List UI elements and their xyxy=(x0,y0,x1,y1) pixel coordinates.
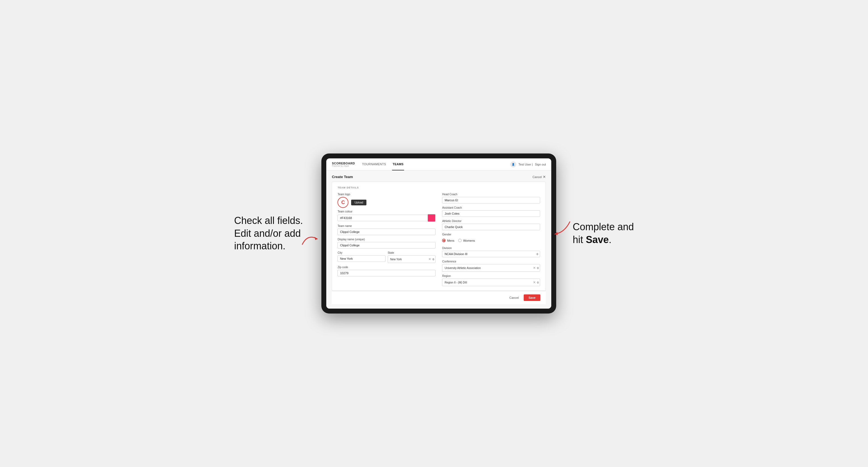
region-select[interactable]: Region II - (M) DIII xyxy=(442,279,540,286)
conference-clear-btn[interactable]: ✕ xyxy=(533,266,536,270)
conference-controls: ✕ xyxy=(533,266,539,270)
display-name-input[interactable] xyxy=(338,242,435,249)
close-icon: ✕ xyxy=(543,175,546,179)
team-logo-section: Team logo C Upload xyxy=(338,193,435,210)
color-input-row xyxy=(338,214,435,222)
left-column: Team logo C Upload Team colo xyxy=(338,193,435,286)
team-name-input[interactable] xyxy=(338,228,435,235)
head-coach-label: Head Coach xyxy=(442,193,540,196)
left-arrow-icon xyxy=(300,231,321,247)
gender-label: Gender xyxy=(442,233,540,236)
annotation-left: Check all fields. Edit and/or add inform… xyxy=(234,214,305,253)
gender-section: Gender Mens Womens xyxy=(442,233,540,244)
team-colour-label: Team colour xyxy=(338,210,435,213)
chevron-down-icon xyxy=(432,259,434,260)
conference-select[interactable]: University Athletic Association xyxy=(442,264,540,272)
annotation-right: Complete and hit Save. xyxy=(572,221,634,246)
conference-section: Conference University Athletic Associati… xyxy=(442,260,540,272)
conference-value: University Athletic Association xyxy=(444,267,480,270)
conference-chevrons xyxy=(537,267,539,269)
athletic-director-label: Athletic Director xyxy=(442,220,540,223)
user-name: Test User | xyxy=(519,163,533,166)
city-state-section: City State New York xyxy=(338,251,435,263)
gender-mens-option[interactable]: Mens xyxy=(442,239,454,242)
gender-womens-option[interactable]: Womens xyxy=(458,239,475,242)
state-select-wrapper: New York ✕ xyxy=(388,255,436,263)
athletic-director-input[interactable] xyxy=(442,224,540,230)
division-select[interactable]: NCAA Division III xyxy=(442,251,540,257)
zip-section: Zip code xyxy=(338,266,435,276)
tablet-frame: SCOREBOARD Powered by clippd TOURNAMENTS… xyxy=(321,154,556,313)
team-name-section: Team name xyxy=(338,224,435,235)
team-logo-label: Team logo xyxy=(338,193,435,196)
region-section: Region Region II - (M) DIII ✕ xyxy=(442,275,540,286)
division-section: Division NCAA Division III xyxy=(442,247,540,257)
city-input[interactable] xyxy=(338,255,385,262)
tab-teams[interactable]: TEAMS xyxy=(392,158,404,170)
annotation-right-bold: Save xyxy=(586,234,609,245)
region-label: Region xyxy=(442,275,540,277)
state-group: State New York ✕ xyxy=(388,251,436,263)
modal-title: Create Team xyxy=(332,175,353,179)
team-name-label: Team name xyxy=(338,224,435,227)
zip-label: Zip code xyxy=(338,266,435,269)
asst-coach-section: Assistant Coach xyxy=(442,206,540,217)
logo-circle: C xyxy=(338,197,348,208)
city-label: City xyxy=(338,251,385,254)
city-state-row: City State New York xyxy=(338,251,435,263)
womens-radio[interactable] xyxy=(458,239,462,242)
zip-input[interactable] xyxy=(338,270,435,276)
content-area: Create Team Cancel ✕ TEAM DETAILS xyxy=(326,170,551,309)
city-group: City xyxy=(338,251,385,263)
modal-cancel-btn[interactable]: Cancel ✕ xyxy=(532,175,546,179)
user-avatar: 👤 xyxy=(510,161,516,167)
annotation-right-line2: hit xyxy=(572,234,586,245)
asst-coach-input[interactable] xyxy=(442,210,540,217)
state-chevrons xyxy=(432,258,434,260)
modal-header: Create Team Cancel ✕ xyxy=(332,175,546,179)
section-label: TEAM DETAILS xyxy=(338,186,540,189)
save-button[interactable]: Save xyxy=(524,294,540,301)
mens-radio[interactable] xyxy=(442,239,445,242)
region-value: Region II - (M) DIII xyxy=(444,281,467,284)
asst-coach-label: Assistant Coach xyxy=(442,206,540,209)
state-clear-btn[interactable]: ✕ xyxy=(428,257,431,261)
region-chevrons xyxy=(537,281,539,284)
division-label: Division xyxy=(442,247,540,250)
svg-marker-1 xyxy=(555,232,558,235)
region-select-wrapper: Region II - (M) DIII ✕ xyxy=(442,279,540,286)
region-clear-btn[interactable]: ✕ xyxy=(533,281,536,284)
color-swatch[interactable] xyxy=(428,214,435,222)
region-chevron-down-icon xyxy=(537,283,539,284)
annotation-left-line1: Check all fields. xyxy=(234,215,303,226)
athletic-director-section: Athletic Director xyxy=(442,220,540,230)
upload-button[interactable]: Upload xyxy=(351,199,366,206)
conference-label: Conference xyxy=(442,260,540,263)
display-name-label: Display name (unique) xyxy=(338,238,435,241)
chevron-up-icon xyxy=(432,258,434,259)
color-text-input[interactable] xyxy=(338,215,428,221)
signout-link[interactable]: Sign out xyxy=(535,163,546,166)
region-chevron-up-icon xyxy=(537,281,539,282)
region-controls: ✕ xyxy=(533,281,539,284)
annotation-right-line1: Complete and xyxy=(572,221,634,232)
conference-chevron-up-icon xyxy=(537,267,539,268)
state-label: State xyxy=(388,251,436,254)
state-controls: ✕ xyxy=(428,257,434,261)
conference-chevron-down-icon xyxy=(537,268,539,269)
form-card: TEAM DETAILS Team logo C xyxy=(332,182,546,291)
head-coach-input[interactable] xyxy=(442,197,540,204)
right-arrow-icon xyxy=(551,219,572,238)
nav-tabs: TOURNAMENTS TEAMS xyxy=(362,158,510,170)
brand-logo: SCOREBOARD Powered by clippd xyxy=(332,162,355,167)
form-footer: Cancel Save xyxy=(332,291,546,304)
display-name-section: Display name (unique) xyxy=(338,238,435,249)
tab-tournaments[interactable]: TOURNAMENTS xyxy=(362,158,386,170)
conference-select-wrapper: University Athletic Association ✕ xyxy=(442,264,540,272)
gender-row: Mens Womens xyxy=(442,237,540,244)
division-select-wrapper: NCAA Division III xyxy=(442,251,540,257)
logo-upload-row: C Upload xyxy=(338,197,435,208)
form-grid: Team logo C Upload Team colo xyxy=(338,193,540,286)
team-colour-section: Team colour xyxy=(338,210,435,222)
cancel-button[interactable]: Cancel xyxy=(507,295,521,301)
